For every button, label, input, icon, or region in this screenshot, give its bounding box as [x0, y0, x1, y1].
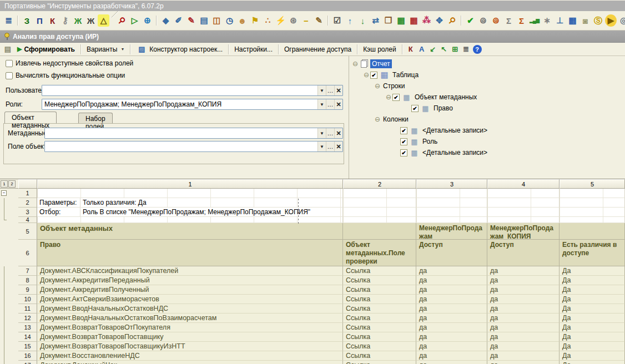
expander-icon[interactable]: ⊖ [351, 60, 359, 68]
diff-cell[interactable]: Да [560, 351, 625, 361]
tree-item-rows-group[interactable]: ⊖ Строки [351, 80, 625, 92]
check-field-cell[interactable]: Ссылка [343, 266, 416, 276]
metadata-object-cell[interactable]: Документ.АктСверкиВзаиморасчетов [37, 295, 343, 304]
object-field[interactable]: ▼ … ✕ [44, 141, 343, 152]
clear-icon[interactable]: ✕ [334, 128, 342, 138]
access-restriction-button[interactable]: Ограничение доступа [281, 44, 354, 55]
tape-icon[interactable]: ⊚ [477, 14, 489, 27]
tree-item-report[interactable]: ⊖ Отчет [351, 58, 625, 69]
row-number[interactable]: 13 [18, 323, 37, 332]
metadata-object-cell[interactable]: Документ.ВозвратТоваровПоставщикуИзНТТ [37, 342, 343, 351]
settings-tree-icon[interactable]: ≣ [461, 44, 472, 55]
access-2-cell[interactable]: да [487, 361, 560, 364]
extract-unavailable-checkbox[interactable] [6, 60, 13, 67]
links-icon[interactable]: ∴ [262, 14, 274, 27]
row-number[interactable]: 10 [18, 295, 37, 304]
tree-item-label[interactable]: Строки [381, 82, 406, 90]
check-field-header-cell[interactable]: Объект метаданных.Поле проверки [343, 240, 416, 266]
row-number[interactable]: 17 [18, 361, 37, 364]
access-2-header-cell[interactable]: Доступ [487, 240, 560, 266]
help-icon[interactable]: ? [473, 45, 482, 54]
access-2-cell[interactable]: да [487, 276, 560, 285]
tree-item-role[interactable]: Роль [351, 136, 625, 147]
dropdown-icon[interactable]: ▼ [317, 141, 326, 151]
metadata-object-cell[interactable]: Документ.АккредитивПереданный [37, 276, 343, 285]
save-settings-icon[interactable]: ↖ [438, 44, 450, 55]
cd-icon[interactable]: ◎ [618, 14, 625, 27]
bug-stop-icon[interactable]: Ж [85, 14, 97, 27]
right-header-cell[interactable]: Право [37, 240, 343, 266]
variants-dropdown[interactable]: Варианты ▼ [84, 44, 127, 55]
check-icon[interactable]: ✔ [465, 14, 476, 27]
tree-item-label[interactable]: Таблица [391, 70, 420, 79]
tree-item-metadata-object[interactable]: ⊖ Объект метаданных [351, 92, 625, 103]
tree-checkbox[interactable] [392, 94, 400, 101]
choose-icon[interactable]: … [326, 128, 334, 138]
sum-fire-icon[interactable]: Σ [516, 14, 527, 27]
tree-checkbox[interactable] [400, 127, 407, 134]
table-z-icon[interactable]: З [21, 14, 33, 27]
check-field-cell[interactable]: Ссылка [343, 304, 416, 314]
diff-cell[interactable]: Да [560, 266, 625, 276]
access-2-cell[interactable]: да [487, 314, 560, 323]
diff-cell[interactable]: Да [560, 332, 625, 342]
expander-icon[interactable]: ⊖ [374, 115, 381, 123]
access-2-cell[interactable]: да [487, 304, 560, 314]
access-2-cell[interactable]: да [487, 323, 560, 332]
find-icon[interactable]: ⚲ [113, 12, 130, 29]
metadata-object-cell[interactable]: Документ.АВСКлассификацияПокупателей [37, 266, 343, 276]
upload-icon[interactable]: ↑ [344, 14, 356, 27]
diff-cell[interactable]: Да [560, 361, 625, 364]
select-special-icon[interactable]: ✥ [434, 14, 445, 27]
tape-fire-icon[interactable]: ⊚ [490, 14, 502, 27]
edit-lines-icon[interactable]: ✎ [185, 14, 197, 27]
clear-icon[interactable]: ✕ [334, 99, 342, 109]
check-field-cell[interactable]: Ссылка [343, 361, 416, 364]
diff-cell[interactable]: Да [560, 285, 625, 295]
dropdown-icon[interactable]: ▼ [317, 128, 326, 138]
tree-checkbox[interactable] [400, 138, 407, 145]
access-2-cell[interactable]: да [487, 351, 560, 361]
generate-button[interactable]: ▶ Сформировать [14, 44, 78, 55]
report-form-icon[interactable]: ▤ [2, 44, 13, 55]
edit-clock-icon[interactable]: ✎ [313, 14, 325, 27]
check-field-cell[interactable]: Ссылка [343, 276, 416, 285]
group-collapse-icon[interactable]: − [1, 190, 7, 196]
row-number[interactable]: 8 [18, 276, 37, 285]
diff-cell[interactable]: Да [560, 304, 625, 314]
row-number[interactable]: 2 [18, 198, 37, 208]
metadata-field[interactable]: ▼ … ✕ [44, 128, 343, 139]
row-number[interactable]: 3 [18, 208, 37, 217]
pin-marker-icon[interactable]: ⚑ [249, 14, 261, 27]
row-number[interactable]: 1 [18, 189, 37, 198]
tree-item-label[interactable]: Объект метаданных [413, 93, 478, 102]
diff-header-cell[interactable]: Есть различия в доступе [560, 240, 625, 266]
tree-checkbox[interactable] [411, 105, 419, 112]
row-number[interactable]: 11 [18, 304, 37, 314]
tree-item-label[interactable]: <Детальные записи> [421, 126, 489, 135]
coin-icon[interactable]: Ⓢ [592, 14, 604, 27]
corner-cell[interactable] [18, 179, 37, 189]
expander-icon[interactable]: ⊖ [374, 82, 381, 90]
access-2-cell[interactable]: да [487, 285, 560, 295]
user-field-value[interactable] [42, 85, 317, 95]
access-2-cell[interactable]: да [487, 266, 560, 276]
diff-cell[interactable]: Да [560, 323, 625, 332]
tree-item-right[interactable]: Право [351, 103, 625, 114]
row-number[interactable]: 16 [18, 351, 37, 361]
splitter[interactable] [349, 56, 349, 179]
dropdown-icon[interactable]: ▼ [317, 85, 326, 95]
metadata-object-cell[interactable]: Документ.ВосстановлениеНДС [37, 351, 343, 361]
row-number[interactable]: 15 [18, 342, 37, 351]
choose-icon[interactable]: … [326, 99, 334, 109]
graph-nodes-icon[interactable]: ⁂ [421, 14, 432, 27]
access-1-cell[interactable]: да [416, 361, 487, 364]
choose-icon[interactable]: … [326, 85, 334, 95]
form-flash-icon[interactable]: ⚡ [275, 14, 286, 27]
access-1-cell[interactable]: да [416, 295, 487, 304]
table-calc-icon[interactable]: ▦ [395, 14, 407, 27]
row-number[interactable]: 4 [18, 217, 37, 223]
object-field-value[interactable] [45, 141, 317, 151]
table-grid-icon[interactable]: ▦ [567, 14, 578, 27]
dropdown-icon[interactable]: ▼ [317, 99, 326, 109]
